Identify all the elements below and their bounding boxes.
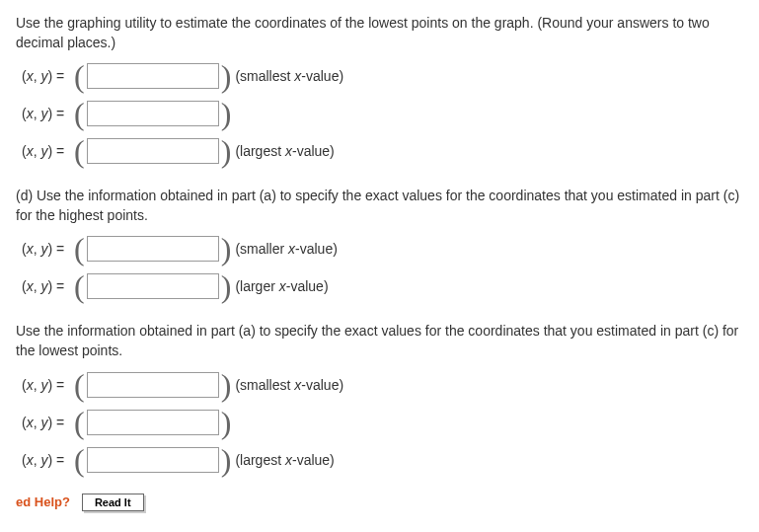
hint-text: (largest x-value) (235, 452, 334, 468)
close-paren: ) (221, 62, 232, 90)
input-row: (x, y) = ( ) (16, 100, 743, 127)
close-paren: ) (221, 272, 232, 300)
close-paren: ) (221, 100, 232, 127)
open-paren: ( (74, 62, 85, 90)
input-row: (x, y) = ( ) (smallest x-value) (16, 62, 743, 90)
input-row: (x, y) = ( ) (largest x-value) (16, 137, 743, 165)
input-row: (x, y) = ( ) (smaller x-value) (16, 235, 743, 263)
xy-label: (x, y) = (22, 452, 68, 468)
section-d-high-prompt: (d) Use the information obtained in part… (16, 187, 743, 225)
help-row: ed Help? Read It (16, 494, 743, 511)
open-paren: ( (74, 446, 85, 474)
answer-input[interactable] (87, 447, 219, 473)
answer-input[interactable] (87, 410, 219, 435)
close-paren: ) (221, 235, 232, 263)
hint-text: (smaller x-value) (235, 241, 337, 257)
answer-input[interactable] (87, 138, 219, 164)
xy-label: (x, y) = (22, 241, 68, 257)
section-c-prompt: Use the graphing utility to estimate the… (16, 14, 743, 52)
input-row: (x, y) = ( ) (smallest x-value) (16, 371, 743, 399)
close-paren: ) (221, 409, 232, 436)
open-paren: ( (74, 137, 85, 165)
close-paren: ) (221, 446, 232, 474)
xy-label: (x, y) = (22, 415, 68, 430)
open-paren: ( (74, 409, 85, 436)
answer-input[interactable] (87, 273, 219, 299)
open-paren: ( (74, 272, 85, 300)
xy-label: (x, y) = (22, 106, 68, 121)
answer-input[interactable] (87, 63, 219, 89)
xy-label: (x, y) = (22, 278, 68, 294)
input-row: (x, y) = ( ) (largest x-value) (16, 446, 743, 474)
open-paren: ( (74, 235, 85, 263)
hint-text: (smallest x-value) (235, 68, 343, 84)
answer-input[interactable] (87, 101, 219, 126)
answer-input[interactable] (87, 372, 219, 398)
hint-text: (larger x-value) (235, 278, 328, 294)
section-d-low-prompt: Use the information obtained in part (a)… (16, 322, 743, 360)
close-paren: ) (221, 137, 232, 165)
read-it-button[interactable]: Read It (82, 494, 144, 511)
open-paren: ( (74, 100, 85, 127)
hint-text: (smallest x-value) (235, 377, 343, 393)
xy-label: (x, y) = (22, 68, 68, 84)
open-paren: ( (74, 371, 85, 399)
help-label: ed Help? (16, 494, 70, 509)
input-row: (x, y) = ( ) (16, 409, 743, 436)
xy-label: (x, y) = (22, 377, 68, 393)
hint-text: (largest x-value) (235, 143, 334, 159)
answer-input[interactable] (87, 236, 219, 262)
input-row: (x, y) = ( ) (larger x-value) (16, 272, 743, 300)
xy-label: (x, y) = (22, 143, 68, 159)
close-paren: ) (221, 371, 232, 399)
